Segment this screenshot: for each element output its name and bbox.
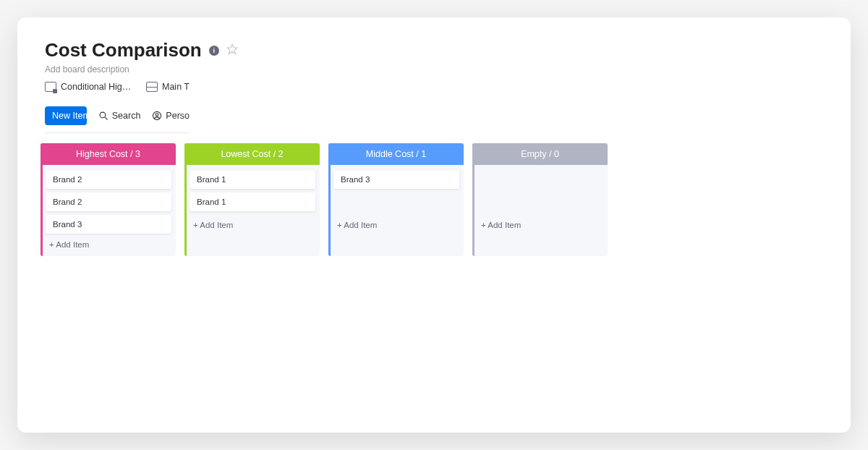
add-item-button[interactable]: + Add Item — [41, 234, 176, 256]
column-cards — [472, 165, 608, 214]
svg-point-4 — [156, 114, 159, 116]
person-filter-button[interactable]: Perso — [152, 111, 190, 121]
svg-line-2 — [105, 117, 108, 120]
search-icon — [98, 111, 109, 121]
search-label: Search — [112, 111, 141, 121]
page-title: Cost Comparison — [45, 39, 202, 61]
person-label: Perso — [166, 111, 190, 121]
svg-marker-0 — [227, 44, 237, 54]
view-conditional-highlight[interactable]: Conditional Highli… — [45, 82, 133, 92]
column-cards: Brand 1Brand 1 — [184, 165, 320, 214]
add-item-button[interactable]: + Add Item — [184, 214, 320, 237]
card-item[interactable]: Brand 1 — [190, 192, 315, 211]
column-header[interactable]: Highest Cost / 3 — [41, 143, 176, 165]
new-item-label: New Item — [45, 106, 87, 125]
person-icon — [152, 111, 162, 121]
new-item-button[interactable]: New Item — [45, 106, 87, 125]
info-icon[interactable]: i — [209, 46, 219, 56]
table-icon — [146, 82, 158, 92]
column-cards: Brand 2Brand 2Brand 3 — [41, 165, 176, 234]
column-empty: Empty / 0+ Add Item — [472, 143, 608, 256]
kanban-board: Highest Cost / 3Brand 2Brand 2Brand 3+ A… — [41, 143, 823, 256]
card-item[interactable]: Brand 2 — [46, 170, 171, 189]
svg-point-1 — [100, 112, 106, 118]
card-item[interactable]: Brand 1 — [190, 170, 315, 189]
column-lowest-cost: Lowest Cost / 2Brand 1Brand 1+ Add Item — [184, 143, 320, 256]
column-highest-cost: Highest Cost / 3Brand 2Brand 2Brand 3+ A… — [41, 143, 176, 256]
toolbar: New Item Search Perso — [45, 106, 190, 125]
card-item[interactable]: Brand 3 — [333, 170, 459, 189]
column-header[interactable]: Empty / 0 — [472, 143, 608, 165]
view-main-table[interactable]: Main Tab — [146, 82, 190, 92]
search-button[interactable]: Search — [98, 111, 141, 121]
column-middle-cost: Middle Cost / 1Brand 3+ Add Item — [328, 143, 464, 256]
column-cards: Brand 3 — [328, 165, 464, 214]
column-header[interactable]: Lowest Cost / 2 — [184, 143, 320, 165]
view-label: Conditional Highli… — [61, 82, 133, 92]
view-label: Main Tab — [162, 82, 190, 92]
views-row: Conditional Highli… Main Tab — [45, 82, 190, 96]
star-icon[interactable] — [226, 43, 238, 58]
toolbar-divider — [45, 132, 190, 133]
card-item[interactable]: Brand 2 — [46, 192, 171, 211]
add-item-button[interactable]: + Add Item — [328, 214, 464, 237]
card-item[interactable]: Brand 3 — [46, 215, 171, 234]
conditional-highlight-icon — [45, 82, 56, 92]
app-card: Cost Comparison i Add board description … — [17, 17, 851, 433]
board-description[interactable]: Add board description — [45, 64, 823, 75]
add-item-button[interactable]: + Add Item — [472, 214, 608, 237]
header-row: Cost Comparison i — [45, 39, 823, 61]
column-header[interactable]: Middle Cost / 1 — [328, 143, 464, 165]
